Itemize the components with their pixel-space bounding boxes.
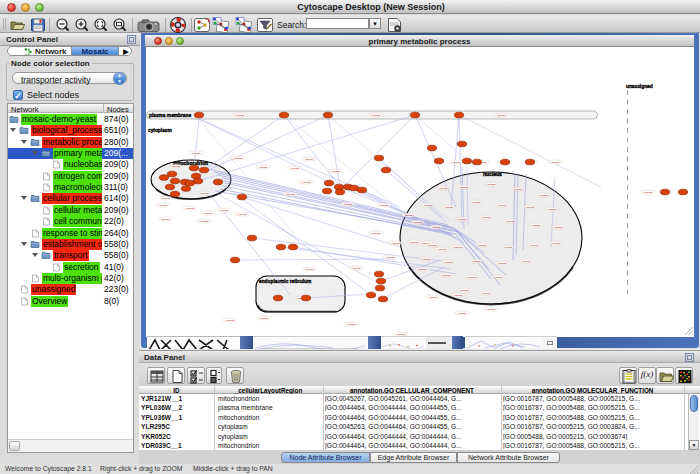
svg-text:YBR039: YBR039 — [526, 206, 536, 209]
svg-text:YBR039: YBR039 — [200, 192, 210, 195]
svg-text:YBR039: YBR039 — [498, 204, 508, 207]
svg-text:YBR039: YBR039 — [380, 204, 390, 207]
svg-text:YBR039: YBR039 — [432, 226, 442, 229]
svg-text:plasma membrane: plasma membrane — [149, 113, 191, 118]
svg-text:unassigned: unassigned — [626, 84, 653, 89]
svg-text:YBR039: YBR039 — [192, 152, 202, 155]
svg-text:YBR039: YBR039 — [238, 213, 248, 216]
svg-text:YBR039: YBR039 — [428, 244, 438, 247]
svg-text:YBR039: YBR039 — [286, 193, 296, 196]
svg-text:YBR039: YBR039 — [291, 167, 301, 170]
svg-text:YBR039: YBR039 — [506, 220, 516, 223]
svg-text:YBR039: YBR039 — [405, 214, 415, 217]
svg-text:YBR039: YBR039 — [460, 289, 470, 292]
svg-text:YBR039: YBR039 — [540, 194, 550, 197]
svg-text:YBR039: YBR039 — [344, 203, 354, 206]
svg-text:YBR039: YBR039 — [172, 165, 182, 168]
svg-text:YBR039: YBR039 — [226, 319, 236, 322]
svg-text:YBR039: YBR039 — [302, 181, 312, 184]
svg-text:YBR039: YBR039 — [468, 276, 478, 279]
svg-text:YBR039: YBR039 — [347, 323, 357, 326]
svg-text:YBR039: YBR039 — [445, 206, 455, 209]
svg-text:YBR039: YBR039 — [487, 308, 497, 311]
svg-text:YBR039: YBR039 — [444, 261, 454, 264]
svg-text:YBR039: YBR039 — [644, 191, 654, 194]
svg-text:YBR039: YBR039 — [161, 218, 171, 221]
svg-text:YBR039: YBR039 — [414, 221, 424, 224]
svg-text:YBR039: YBR039 — [372, 232, 382, 235]
svg-text:YBR039: YBR039 — [159, 204, 169, 207]
svg-text:endoplasmic reticulum: endoplasmic reticulum — [259, 279, 311, 284]
svg-text:YBR039: YBR039 — [552, 242, 562, 245]
svg-text:YBR039: YBR039 — [482, 216, 492, 219]
svg-text:YBR039: YBR039 — [452, 161, 462, 164]
svg-text:YBR039: YBR039 — [442, 274, 452, 277]
svg-text:YBR039: YBR039 — [472, 201, 482, 204]
svg-text:YBR039: YBR039 — [200, 220, 210, 223]
svg-text:YBR039: YBR039 — [522, 260, 532, 263]
svg-text:YBR039: YBR039 — [386, 256, 396, 259]
svg-text:YBR039: YBR039 — [418, 268, 428, 271]
svg-text:nucleus: nucleus — [483, 171, 502, 177]
svg-text:YBR039: YBR039 — [504, 246, 514, 249]
svg-text:YBR039: YBR039 — [438, 248, 448, 251]
svg-text:YBR039: YBR039 — [458, 312, 468, 315]
svg-text:YBR039: YBR039 — [305, 268, 315, 271]
svg-text:YBR039: YBR039 — [554, 226, 564, 229]
svg-text:YBR039: YBR039 — [551, 161, 561, 164]
svg-text:YBR039: YBR039 — [220, 209, 230, 212]
svg-text:YBR039: YBR039 — [260, 317, 270, 320]
svg-text:YBR039: YBR039 — [236, 114, 246, 117]
svg-text:YBR039: YBR039 — [454, 246, 464, 249]
svg-text:YBR039: YBR039 — [422, 258, 432, 261]
svg-text:YBR039: YBR039 — [458, 218, 468, 221]
svg-text:cytoplasm: cytoplasm — [148, 128, 172, 133]
svg-text:YBR039: YBR039 — [162, 197, 172, 200]
svg-text:YBR039: YBR039 — [548, 208, 558, 211]
svg-text:YBR039: YBR039 — [332, 170, 342, 173]
svg-text:YBR039: YBR039 — [424, 204, 434, 207]
svg-text:YBR039: YBR039 — [532, 224, 542, 227]
svg-text:YBR039: YBR039 — [439, 187, 449, 190]
svg-text:YBR039: YBR039 — [494, 276, 504, 279]
svg-text:YBR039: YBR039 — [392, 242, 402, 245]
svg-text:YBR039: YBR039 — [497, 114, 507, 117]
svg-text:YBR039: YBR039 — [410, 241, 420, 244]
svg-text:YBR039: YBR039 — [498, 262, 508, 265]
svg-text:YBR039: YBR039 — [372, 114, 382, 117]
svg-text:YBR039: YBR039 — [429, 296, 439, 299]
svg-text:YBR039: YBR039 — [454, 294, 464, 297]
svg-text:YBR039: YBR039 — [530, 244, 540, 247]
svg-text:YBR039: YBR039 — [514, 188, 524, 191]
svg-text:YBR039: YBR039 — [487, 183, 497, 186]
svg-text:YBR039: YBR039 — [305, 158, 315, 161]
svg-text:YBR039: YBR039 — [186, 207, 196, 210]
svg-text:YBR039: YBR039 — [204, 212, 214, 215]
svg-text:YBR039: YBR039 — [352, 267, 362, 270]
svg-text:YBR039: YBR039 — [482, 292, 492, 295]
svg-text:YBR039: YBR039 — [478, 244, 488, 247]
svg-text:YBR039: YBR039 — [234, 157, 244, 160]
svg-text:YBR039: YBR039 — [460, 186, 470, 189]
svg-text:YBR039: YBR039 — [472, 260, 482, 263]
svg-text:YBR039: YBR039 — [259, 166, 269, 169]
